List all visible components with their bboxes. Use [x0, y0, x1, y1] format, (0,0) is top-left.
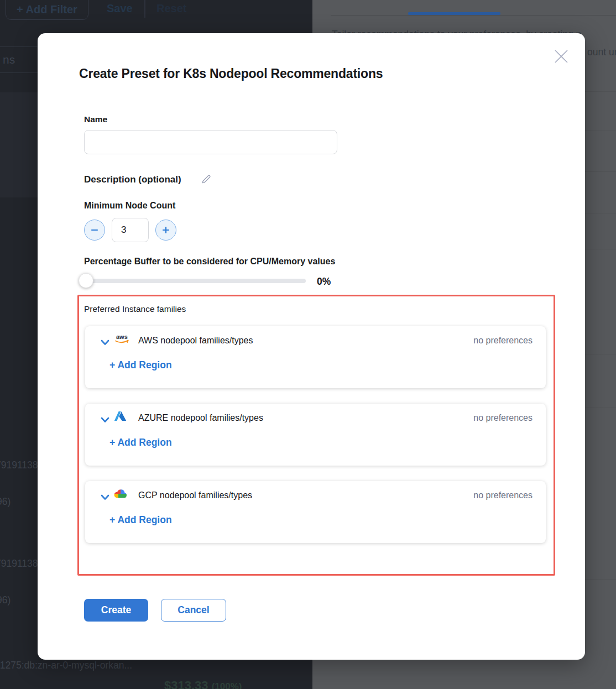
add-region-button[interactable]: + Add Region — [109, 437, 172, 448]
price-value: $313.33 — [164, 678, 208, 689]
table-cell-fragment: 96) — [0, 496, 11, 508]
gcp-logo-icon — [114, 489, 127, 500]
preset-name-input[interactable] — [84, 130, 337, 154]
create-button[interactable]: Create — [84, 599, 148, 622]
edit-pencil-icon[interactable] — [201, 173, 212, 184]
table-cell-fragment: 79191138 — [0, 460, 38, 471]
add-region-button[interactable]: + Add Region — [109, 359, 172, 371]
cancel-button[interactable]: Cancel — [161, 599, 226, 622]
min-node-count-label: Minimum Node Count — [84, 201, 175, 211]
buffer-label: Percentage Buffer to be considered for C… — [84, 257, 335, 267]
modal-title: Create Preset for K8s Nodepool Recommend… — [79, 66, 383, 81]
provider-card-aws: aws AWS nodepool families/types no prefe… — [85, 326, 546, 388]
chevron-down-icon[interactable] — [101, 415, 109, 421]
aws-logo-icon: aws — [114, 332, 130, 348]
provider-label: AWS nodepool families/types — [138, 336, 253, 346]
table-cell-fragment: 79191138 — [0, 558, 38, 570]
add-region-button[interactable]: + Add Region — [109, 514, 172, 526]
name-label: Name — [84, 114, 107, 124]
add-filter-button[interactable]: + Add Filter — [6, 0, 88, 20]
min-node-count-input[interactable] — [112, 218, 149, 242]
description-label: Description (optional) — [84, 174, 181, 185]
save-button[interactable]: Save — [107, 2, 133, 15]
preferred-families-label: Preferred Instance families — [84, 304, 186, 314]
buffer-slider-track[interactable] — [84, 279, 306, 283]
decrement-button[interactable] — [84, 220, 105, 241]
resource-id-fragment: 01275:db:zn-ar-0-mysql-orkan... — [0, 660, 132, 671]
intro-text-fragment: ount un — [587, 46, 616, 58]
buffer-value: 0% — [317, 276, 331, 288]
reset-button[interactable]: Reset — [156, 2, 186, 15]
toolbar-divider — [144, 0, 145, 18]
filter-chip[interactable]: ns — [0, 46, 42, 73]
table-cell-fragment: 96) — [0, 594, 11, 606]
azure-logo-icon — [114, 411, 127, 424]
chevron-down-icon[interactable] — [101, 338, 109, 344]
close-icon[interactable] — [553, 48, 570, 65]
price-fragment: $313.33 (100%) — [164, 678, 242, 689]
svg-text:aws: aws — [116, 333, 128, 340]
provider-label: GCP nodepool families/types — [138, 490, 252, 500]
panel-divider — [331, 15, 616, 15]
create-preset-modal: Create Preset for K8s Nodepool Recommend… — [38, 33, 585, 660]
price-percent: (100%) — [212, 681, 242, 689]
provider-status: no preferences — [473, 490, 533, 500]
increment-button[interactable] — [155, 220, 176, 241]
provider-card-gcp: GCP nodepool families/types no preferenc… — [85, 481, 546, 543]
provider-status: no preferences — [473, 336, 533, 346]
screen: + Add Filter Save Reset ns 79191138 96) … — [0, 0, 616, 689]
provider-label: AZURE nodepool families/types — [138, 413, 263, 423]
chevron-down-icon[interactable] — [101, 493, 109, 499]
buffer-slider-thumb[interactable] — [79, 273, 93, 288]
provider-status: no preferences — [473, 413, 533, 423]
provider-card-azure: AZURE nodepool families/types no prefere… — [85, 404, 546, 466]
